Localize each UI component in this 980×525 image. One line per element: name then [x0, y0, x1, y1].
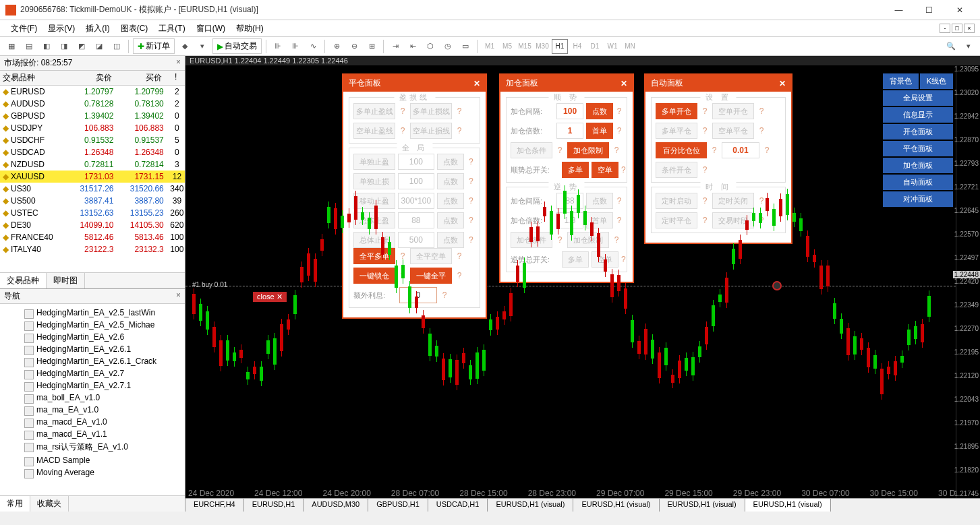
strategy-tester-icon[interactable]: ◫ — [109, 39, 124, 54]
panel-add-x[interactable]: ✕ — [621, 79, 627, 88]
btn-close-buy[interactable]: 多单平仓 — [656, 123, 697, 139]
nav-item[interactable]: ma_boll_EA_v1.0 — [3, 392, 182, 404]
tf-M5[interactable]: M5 — [499, 39, 515, 54]
btn-bg-color[interactable]: 背景色 — [883, 73, 919, 89]
mw-row-NZDUSD[interactable]: ◆NZDUSD0.728110.728143 — [0, 158, 185, 171]
chart-tab[interactable]: EURUSD,H1 (visual) — [745, 499, 831, 512]
minimize-button[interactable]: — — [884, 0, 914, 20]
btn-hedge-panel[interactable]: 对冲面板 — [883, 191, 953, 207]
indicators-icon[interactable]: ⬡ — [423, 39, 438, 54]
nav-item[interactable]: MACD Sample — [3, 454, 182, 466]
tf-D1[interactable]: D1 — [587, 39, 603, 54]
nav-item[interactable]: ma_macd_EA_v1.0 — [3, 416, 182, 428]
tab-common[interactable]: 常用 — [0, 496, 30, 512]
btn-buy-sl-line[interactable]: 多单止损线 — [410, 103, 452, 119]
tf-H1[interactable]: H1 — [552, 39, 568, 54]
chart-tab[interactable]: EURUSD,H1 (visual) — [488, 499, 573, 512]
btn-cond-open[interactable]: 条件开仓 — [656, 162, 697, 178]
btn-trend-sell[interactable]: 空单 — [592, 162, 618, 178]
menu-file[interactable]: 文件(F) — [5, 23, 42, 34]
mw-row-US500[interactable]: ◆US5003887.413887.8039 — [0, 195, 185, 207]
nav-item[interactable]: HedgingMartin_EA_v2.6 — [3, 331, 182, 343]
mw-row-USDCHF[interactable]: ◆USDCHF0.915320.915375 — [0, 134, 185, 146]
tab-favorites[interactable]: 收藏夹 — [30, 496, 69, 512]
new-order-button[interactable]: ✚新订单 — [133, 38, 175, 54]
panel-close-x[interactable]: ✕ — [473, 79, 480, 88]
mw-row-XAUUSD[interactable]: ◆XAUUSD1731.031731.1512 — [0, 171, 185, 183]
navigator-close[interactable]: × — [176, 290, 181, 302]
btn-add-limit[interactable]: 加仓限制 — [567, 142, 609, 158]
btn-open-buy[interactable]: 多单开仓 — [656, 103, 697, 119]
btn-first[interactable]: 首单 — [586, 123, 613, 139]
btn-sell-tp-line[interactable]: 空单止盈线 — [353, 123, 395, 139]
profile-icon[interactable]: ▤ — [22, 39, 36, 54]
chart-tab[interactable]: EURCHF,H4 — [185, 499, 244, 512]
mdi-close[interactable]: × — [964, 24, 975, 33]
nav-item[interactable]: HedgingMartin_EA_v2.6.1_Crack — [3, 355, 182, 367]
mw-row-USDJPY[interactable]: ◆USDJPY106.883106.8830 — [0, 122, 185, 134]
candle-chart-icon[interactable]: ⊪ — [288, 39, 303, 54]
tf-M15[interactable]: M15 — [517, 39, 533, 54]
btn-info-display[interactable]: 信息显示 — [883, 107, 953, 123]
close-tag[interactable]: close ✕ — [253, 292, 287, 302]
panel-add-header[interactable]: 加仓面板✕ — [500, 75, 633, 92]
mw-row-DE30[interactable]: ◆DE3014099.1014105.30620 — [0, 219, 185, 231]
btn-open-sell[interactable]: 空单开仓 — [712, 103, 754, 119]
chart-tab[interactable]: AUDUSD,M30 — [304, 499, 368, 512]
tf-M1[interactable]: M1 — [482, 39, 498, 54]
mdi-restore[interactable]: □ — [952, 24, 962, 33]
terminal-icon[interactable]: ◪ — [92, 39, 107, 54]
auto-trade-button[interactable]: ▶自动交易 — [212, 38, 262, 54]
dropdown-icon[interactable]: ▾ — [961, 39, 976, 54]
metaeditor-icon[interactable]: ◆ — [177, 39, 192, 54]
nav-item[interactable]: HedgingMartin_EA_v2.7 — [3, 367, 182, 379]
bar-chart-icon[interactable]: ⊪ — [270, 39, 285, 54]
add-interval-trend[interactable]: 100 — [556, 103, 583, 119]
btn-timer-close[interactable]: 定时平仓 — [656, 212, 697, 228]
btn-sell-sl-line[interactable]: 空单止损线 — [410, 123, 452, 139]
btn-close-all[interactable]: 一键全平 — [410, 268, 452, 284]
btn-timer-stop[interactable]: 定时关闭 — [712, 193, 754, 209]
btn-close-panel[interactable]: 平仓面板 — [883, 141, 953, 156]
btn-add-cond[interactable]: 加仓条件 — [511, 142, 552, 158]
tf-MN[interactable]: MN — [622, 39, 638, 54]
tf-H4[interactable]: H4 — [569, 39, 585, 54]
add-mult-trend[interactable]: 1 — [556, 123, 583, 139]
tab-symbols[interactable]: 交易品种 — [0, 273, 47, 288]
chart-tab[interactable]: EURUSD,H1 — [244, 499, 304, 512]
mw-row-USDCAD[interactable]: ◆USDCAD1.263481.263480 — [0, 146, 185, 158]
btn-global-settings[interactable]: 全局设置 — [883, 90, 953, 106]
mw-row-GBPUSD[interactable]: ◆GBPUSD1.394021.394020 — [0, 110, 185, 122]
nav-item[interactable]: HedgingMartin_EA_v2.7.1 — [3, 379, 182, 392]
zoom-out-icon[interactable]: ⊖ — [347, 39, 362, 54]
nav-item[interactable]: ma_ma_EA_v1.0 — [3, 404, 182, 416]
tf-M30[interactable]: M30 — [534, 39, 550, 54]
menu-insert[interactable]: 插入(I) — [80, 23, 115, 34]
mw-row-FRANCE40[interactable]: ◆FRANCE405812.465813.46100 — [0, 231, 185, 243]
periodicity-icon[interactable]: ◷ — [440, 39, 455, 54]
tf-W1[interactable]: W1 — [604, 39, 621, 54]
pct-value[interactable]: 0.01 — [722, 142, 759, 158]
chart-canvas[interactable]: #1 buy 0.01 close ✕ 1.22448 1.230951.230… — [185, 65, 980, 498]
panel-auto-x[interactable]: ✕ — [779, 79, 786, 88]
btn-close-all-sell[interactable]: 全平空单 — [410, 248, 452, 264]
mw-row-EURUSD[interactable]: ◆EURUSD1.207971.207992 — [0, 86, 185, 98]
nav-item[interactable]: HedgingMartin_EA_v2.5_Michae — [3, 319, 182, 331]
btn-close-sell[interactable]: 空单平仓 — [712, 123, 754, 139]
menu-window[interactable]: 窗口(W) — [191, 23, 231, 34]
market-watch-close[interactable]: × — [176, 57, 181, 69]
data-window-icon[interactable]: ◨ — [57, 39, 71, 54]
mw-row-USTEC[interactable]: ◆USTEC13152.6313155.23260 — [0, 207, 185, 219]
mdi-minimize[interactable]: - — [940, 24, 950, 33]
menu-help[interactable]: 帮助(H) — [231, 23, 269, 34]
extra-input[interactable]: 0 — [399, 287, 437, 303]
chart-tab[interactable]: USDCAD,H1 — [428, 499, 488, 512]
chart-tab[interactable]: GBPUSD,H1 — [368, 499, 428, 512]
btn-lock[interactable]: 一键锁仓 — [353, 268, 395, 284]
nav-item[interactable]: HedgingMartin_EA_v2.5_lastWin — [3, 307, 182, 319]
menu-tools[interactable]: 工具(T) — [153, 23, 190, 34]
tab-tick[interactable]: 即时图 — [47, 273, 85, 288]
btn-add-panel[interactable]: 加仓面板 — [883, 158, 953, 173]
mw-row-AUDUSD[interactable]: ◆AUDUSD0.781280.781302 — [0, 98, 185, 110]
tile-icon[interactable]: ⊞ — [364, 39, 379, 54]
